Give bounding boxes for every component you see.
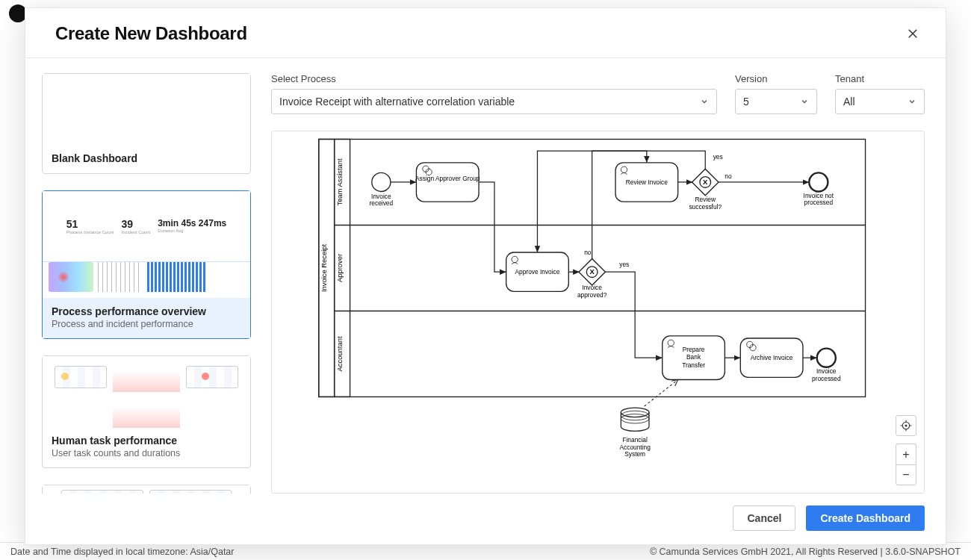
svg-text:X: X [703,178,708,186]
svg-point-18 [809,172,828,191]
modal-main: Select Process Invoice Receipt with alte… [271,73,925,494]
bars-thumb-icon [147,262,207,292]
version-field: Version 5 [735,73,817,114]
pool-label: Invoice Receipt [320,243,328,292]
template-sidebar: Blank Dashboard 51Process Instance Count… [42,73,251,494]
cancel-button[interactable]: Cancel [733,505,795,531]
template-title: Human task performance [52,435,241,447]
recenter-button[interactable] [896,415,916,436]
task-label: Bank [686,353,701,361]
tenant-value: All [843,96,855,108]
lane-label: Accountant [335,336,344,371]
chevron-down-icon [908,97,916,106]
template-preview [43,74,250,145]
svg-point-45 [905,425,907,426]
template-title: Process performance overview [52,305,241,317]
svg-text:successful?: successful? [689,203,722,211]
svg-text:processed: processed [804,199,834,206]
crosshair-icon [900,420,912,432]
svg-text:received: received [370,199,394,207]
chevron-down-icon [700,97,709,106]
svg-point-5 [372,172,391,191]
bpmn-svg: Invoice Receipt Team Assistant Approver … [272,131,924,475]
template-subtitle: User task counts and durations [52,448,241,458]
template-title: Blank Dashboard [52,152,241,164]
task-label: Review Invoice [626,178,668,186]
create-dashboard-button[interactable]: Create Dashboard [806,505,925,531]
task-label: Archive Invoice [751,354,793,361]
task-label: Transfer [682,361,705,369]
version-value: 5 [743,96,749,108]
tenant-select[interactable]: All [835,89,925,114]
footer-copyright: © Camunda Services GmbH 2021, All Rights… [650,547,961,557]
edge-label: no [725,172,732,180]
flow-thumb-icon [55,366,107,388]
svg-text:processed: processed [812,375,841,382]
area-thumb-icon [113,362,180,392]
process-field: Select Process Invoice Receipt with alte… [271,73,717,114]
datastore-label: System [624,450,645,458]
svg-point-31 [817,349,836,367]
template-partial[interactable]: 4,212 [42,485,251,494]
svg-text:X: X [590,267,595,276]
tenant-field: Tenant All [835,73,925,114]
modal-footer: Cancel Create Dashboard [25,494,946,544]
close-icon [906,27,919,40]
edge-label: no [584,249,592,256]
template-blank[interactable]: Blank Dashboard [42,73,251,174]
footer-timezone: Date and Time displayed in local timezon… [10,547,234,557]
lane-label: Approver [335,254,344,282]
template-subtitle: Process and incident performance [52,319,241,329]
process-value: Invoice Receipt with alternative correla… [279,96,515,108]
process-select[interactable]: Invoice Receipt with alternative correla… [271,89,717,114]
lines-thumb-icon [98,262,143,292]
selectors-row: Select Process Invoice Receipt with alte… [271,73,925,114]
bpmn-diagram[interactable]: Invoice Receipt Team Assistant Approver … [271,131,925,494]
svg-line-43 [645,379,678,406]
modal-title: Create New Dashboard [55,23,247,44]
template-preview [43,356,250,427]
template-process-performance[interactable]: 51Process Instance Count 39Incident Coun… [42,190,251,339]
zoom-controls: + − [896,415,916,485]
modal-header: Create New Dashboard [25,8,946,58]
heatmap-thumb-icon [49,262,93,292]
gateway-label: approved? [577,291,607,299]
create-dashboard-modal: Create New Dashboard Blank Dashboard 51P… [25,7,946,545]
modal-body: Blank Dashboard 51Process Instance Count… [25,58,946,494]
task-label: Approve Invoice [515,268,559,276]
template-human-task[interactable]: Human task performance User task counts … [42,355,251,468]
area-thumb-icon [113,398,180,428]
flow-thumb-icon [61,490,143,494]
metric-value: 51 [66,218,78,230]
svg-point-22 [512,256,518,262]
version-label: Version [735,73,817,84]
svg-point-12 [621,167,627,172]
template-preview: 4,212 [43,485,250,494]
svg-rect-8 [416,163,479,202]
task-label: Prepare [683,346,705,353]
flow-thumb-icon [149,490,232,494]
edge-label: yes [619,261,629,268]
version-select[interactable]: 5 [735,89,817,114]
svg-point-27 [668,340,674,346]
chevron-down-icon [800,97,809,106]
plus-icon: + [902,448,909,461]
lane-label: Team Assistant [335,158,344,206]
template-preview: 51Process Instance Count 39Incident Coun… [43,191,250,262]
task-label: Assign Approver Group [415,175,480,182]
zoom-out-button[interactable]: − [896,464,916,485]
metric-value: 39 [121,218,133,230]
close-button[interactable] [902,23,923,44]
tenant-label: Tenant [835,73,925,84]
edge-label: yes [713,153,723,161]
process-label: Select Process [271,73,717,84]
minus-icon: − [902,468,909,482]
zoom-in-button[interactable]: + [896,444,916,464]
flow-thumb-icon [186,366,238,388]
metric-value: 3min 45s 247ms [158,218,226,228]
